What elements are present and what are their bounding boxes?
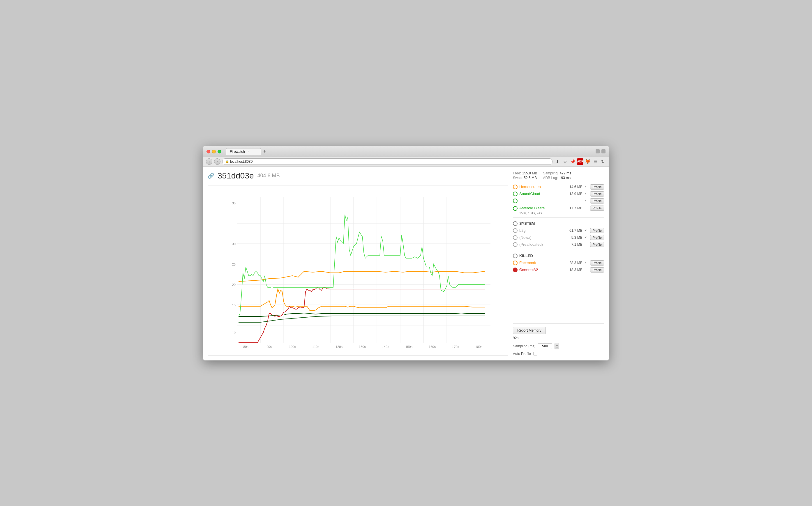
svg-text:170s: 170s <box>452 345 459 348</box>
pin-icon[interactable]: 📌 <box>569 158 576 165</box>
address-bar[interactable]: 🔒 localhost:8080 <box>222 158 553 165</box>
win-resize-icon[interactable] <box>601 149 605 153</box>
tab-title: Firewatch <box>230 150 245 154</box>
list-item: (Preallocated) 7.1 MB Profile <box>513 241 604 248</box>
homescreen-mem: 14.6 MB <box>566 185 582 189</box>
auto-profile-label: Auto Profile <box>513 352 531 356</box>
window-controls <box>595 149 605 153</box>
svg-text:25: 25 <box>232 263 236 266</box>
stats-row: Free: 155.0 MB Swap: 52.5 MB Sampling: 4… <box>513 171 604 180</box>
b2g-icon <box>513 228 517 233</box>
list-item: Facebook 28.3 MB ✓ Profile <box>513 259 604 266</box>
list-item: Asteroid Blaste 17.7 MB Profile 150s, 13… <box>513 204 604 216</box>
asteroid-times: 150s, 131s, 74s <box>519 212 604 215</box>
asteroid-icon <box>513 206 517 211</box>
soundcloud-check: ✓ <box>584 192 588 196</box>
forward-icon: › <box>217 160 218 163</box>
sampling-input[interactable] <box>538 343 552 349</box>
auto-profile-checkbox[interactable] <box>533 352 537 355</box>
connecta2-profile-button[interactable]: Profile <box>590 267 604 272</box>
close-button[interactable] <box>207 150 210 153</box>
right-panel: Free: 155.0 MB Swap: 52.5 MB Sampling: 4… <box>508 171 604 356</box>
homescreen-name: Homescreen <box>519 185 565 189</box>
soundcloud-mem: 13.9 MB <box>566 192 582 196</box>
connecta2-name: ConnectA2 <box>519 267 565 272</box>
facebook-profile-button[interactable]: Profile <box>590 260 604 265</box>
divider <box>513 250 604 250</box>
memory-size: 404.6 MB <box>257 173 280 179</box>
b2g-mem: 61.7 MB <box>566 229 582 233</box>
unknown-icon <box>513 198 517 203</box>
free-value: 155.0 MB <box>522 171 537 175</box>
adblock-icon[interactable]: ABP <box>577 158 583 165</box>
toolbar-icons: ⬇ ☆ 📌 ABP 🦊 ☰ ↻ <box>554 158 606 165</box>
b2g-check: ✓ <box>584 229 588 232</box>
main-panel: 🔗 351dd03e 404.6 MB <box>208 171 508 356</box>
svg-text:100s: 100s <box>289 345 296 348</box>
nuwa-profile-button[interactable]: Profile <box>590 235 604 240</box>
list-item: ✓ Profile <box>513 197 604 204</box>
b2g-profile-button[interactable]: Profile <box>590 228 604 233</box>
refresh-icon[interactable]: ↻ <box>600 158 606 165</box>
active-tab[interactable]: Firewatch × <box>226 148 261 155</box>
nuwa-name: (Nuwa) <box>519 235 565 240</box>
sampling-value: 479 ms <box>560 171 571 175</box>
menu-icon[interactable]: ☰ <box>592 158 598 165</box>
killed-icon <box>513 254 517 258</box>
spinner-down-icon: ▼ <box>556 346 558 349</box>
soundcloud-profile-button[interactable]: Profile <box>590 191 604 196</box>
unknown-check: ✓ <box>584 199 588 202</box>
traffic-lights <box>207 150 221 153</box>
svg-text:90s: 90s <box>266 345 272 348</box>
firefox-icon[interactable]: 🦊 <box>584 158 591 165</box>
back-button[interactable]: ‹ <box>206 158 212 165</box>
process-list: Homescreen 14.6 MB ✓ Profile SoundCloud … <box>513 183 604 320</box>
preallocated-mem: 7.1 MB <box>566 243 582 247</box>
minimize-button[interactable] <box>212 150 216 153</box>
swap-label: Swap: <box>513 176 522 180</box>
sampling-stat: Sampling: 479 ms <box>543 171 571 175</box>
homescreen-profile-button[interactable]: Profile <box>590 184 604 189</box>
svg-text:20: 20 <box>232 283 236 286</box>
sampling-label: Sampling: <box>543 171 558 175</box>
connecta2-mem: 18.3 MB <box>566 268 582 272</box>
bottom-section: Report Memory 92s Sampling (ms) ▲ ▼ Auto… <box>513 324 604 356</box>
list-item: (Nuwa) 5.3 MB ✓ Profile <box>513 234 604 241</box>
svg-text:30: 30 <box>232 242 236 246</box>
adblag-value: 193 ms <box>559 176 571 180</box>
svg-text:180s: 180s <box>475 345 482 348</box>
system-label: SYSTEM <box>519 221 535 226</box>
forward-button[interactable]: › <box>214 158 221 165</box>
bookmark-star-icon[interactable]: ☆ <box>562 158 568 165</box>
report-memory-button[interactable]: Report Memory <box>513 327 546 334</box>
svg-text:110s: 110s <box>312 345 319 348</box>
tab-close-icon[interactable]: × <box>247 150 249 153</box>
adblag-label: ADB Lag: <box>543 176 558 180</box>
facebook-check: ✓ <box>584 261 588 265</box>
soundcloud-icon <box>513 191 517 196</box>
browser-window: Firewatch × + ‹ › 🔒 localhost:8080 ⬇ ☆ 📌… <box>203 146 609 360</box>
content-area: 🔗 351dd03e 404.6 MB <box>203 167 609 360</box>
unknown-profile-button[interactable]: Profile <box>590 198 604 203</box>
svg-text:80s: 80s <box>243 345 248 348</box>
new-tab-button[interactable]: + <box>261 148 268 155</box>
killed-label: KILLED <box>519 254 533 258</box>
nuwa-mem: 5.3 MB <box>566 236 582 240</box>
svg-text:120s: 120s <box>335 345 342 348</box>
memory-chart: 35 30 25 20 15 10 80s 90s 100s 110s 120s… <box>208 185 508 354</box>
svg-text:15: 15 <box>232 304 236 307</box>
back-icon: ‹ <box>209 160 210 163</box>
win-grid-icon[interactable] <box>595 149 600 153</box>
header-row: 🔗 351dd03e 404.6 MB <box>208 171 508 180</box>
list-item: ConnectA2 18.3 MB Profile <box>513 266 604 273</box>
list-item: b2g 61.7 MB ✓ Profile <box>513 227 604 234</box>
system-header: SYSTEM <box>513 220 604 227</box>
chart-container: 35 30 25 20 15 10 80s 90s 100s 110s 120s… <box>208 185 508 356</box>
asteroid-profile-button[interactable]: Profile <box>590 205 604 211</box>
download-icon[interactable]: ⬇ <box>554 158 561 165</box>
list-item: SoundCloud 13.9 MB ✓ Profile <box>513 190 604 197</box>
sampling-spinner[interactable]: ▲ ▼ <box>555 343 559 349</box>
preallocated-profile-button[interactable]: Profile <box>590 242 604 247</box>
maximize-button[interactable] <box>218 150 221 153</box>
swap-value: 52.5 MB <box>524 176 537 180</box>
